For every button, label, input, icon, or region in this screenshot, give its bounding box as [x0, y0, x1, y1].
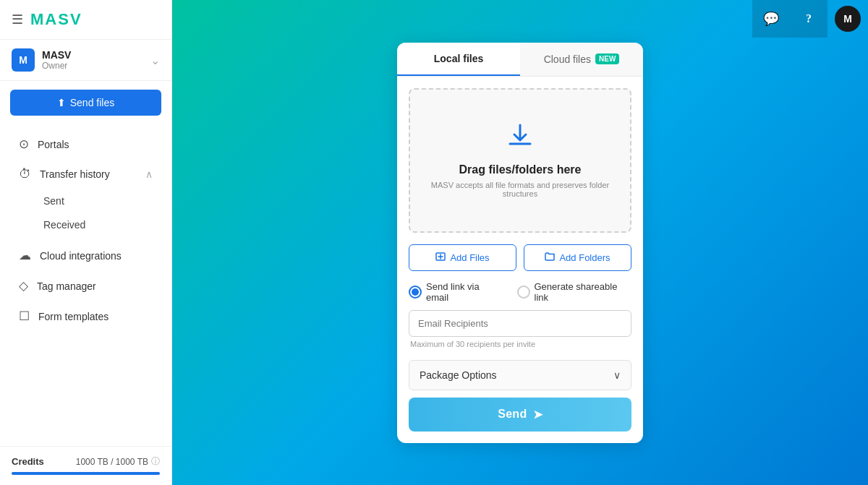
- drop-zone[interactable]: Drag files/folders here MASV accepts all…: [409, 88, 631, 233]
- form-templates-label: Form templates: [38, 311, 153, 322]
- credits-row: Credits 1000 TB / 1000 TB ⓘ: [12, 455, 160, 468]
- transfer-history-subnav: Sent Received: [0, 189, 171, 240]
- upload-card: Local files Cloud files NEW Drag files/f…: [397, 43, 643, 443]
- card-tabs: Local files Cloud files NEW: [397, 43, 643, 77]
- add-files-button[interactable]: Add Files: [409, 244, 516, 271]
- send-files-label: Send files: [70, 97, 114, 108]
- cloud-integrations-icon: ☁: [19, 248, 31, 263]
- package-options-chevron-icon: ∨: [613, 369, 621, 381]
- package-options[interactable]: Package Options ∨: [409, 360, 631, 390]
- email-option-label: Send link via email: [426, 281, 503, 303]
- user-chevron-icon[interactable]: ⌄: [150, 53, 160, 67]
- cloud-integrations-label: Cloud integrations: [40, 250, 153, 262]
- credits-amount: 1000 TB / 1000 TB: [76, 457, 148, 467]
- shareable-option[interactable]: Generate shareable link: [517, 281, 632, 303]
- user-role: Owner: [42, 61, 150, 71]
- send-options: Send link via email Generate shareable l…: [397, 281, 643, 310]
- credits-label: Credits: [12, 456, 44, 467]
- transfer-history-icon: ⏱: [19, 167, 31, 181]
- send-files-button[interactable]: ⬆ Send files: [10, 90, 161, 116]
- shareable-option-label: Generate shareable link: [535, 281, 632, 303]
- portals-icon: ⊙: [19, 137, 29, 152]
- topbar-icons: 💬 ? M: [752, 0, 868, 38]
- email-hint: Maximum of 30 recipients per invite: [409, 340, 631, 348]
- email-option[interactable]: Send link via email: [409, 281, 503, 303]
- user-section[interactable]: M MASV Owner ⌄: [0, 40, 171, 81]
- email-radio[interactable]: [409, 286, 422, 299]
- tab-local-files[interactable]: Local files: [397, 43, 520, 76]
- add-folders-icon: [545, 252, 555, 264]
- credits-value: 1000 TB / 1000 TB ⓘ: [76, 455, 160, 468]
- help-button[interactable]: ?: [790, 0, 827, 38]
- shareable-radio[interactable]: [517, 286, 530, 299]
- credits-info-icon[interactable]: ⓘ: [151, 455, 160, 468]
- nav-items: ⊙ Portals ⏱ Transfer history ∧ Sent Rece…: [0, 124, 171, 446]
- tab-cloud-files[interactable]: Cloud files NEW: [520, 43, 643, 76]
- sidebar-item-form-templates[interactable]: ☐ Form templates: [6, 301, 166, 331]
- package-options-label: Package Options: [420, 369, 497, 381]
- user-menu-button[interactable]: M: [835, 6, 861, 32]
- form-templates-icon: ☐: [19, 309, 30, 324]
- local-files-label: Local files: [434, 53, 483, 64]
- help-icon: ?: [806, 12, 812, 25]
- hamburger-icon[interactable]: ☰: [12, 12, 23, 27]
- send-icon: ⬆: [57, 97, 66, 108]
- drop-title: Drag files/folders here: [459, 163, 582, 176]
- tag-manager-label: Tag manager: [37, 280, 153, 292]
- chat-button[interactable]: 💬: [752, 0, 790, 38]
- chat-icon: 💬: [763, 11, 779, 27]
- sidebar-footer: Credits 1000 TB / 1000 TB ⓘ: [0, 446, 171, 485]
- sidebar-item-tag-manager[interactable]: ◇ Tag manager: [6, 271, 166, 301]
- logo: MASV: [30, 10, 82, 29]
- credits-bar-fill: [12, 472, 160, 475]
- send-button-label: Send: [498, 408, 527, 421]
- credits-bar-background: [12, 472, 160, 475]
- sidebar-item-portals[interactable]: ⊙ Portals: [6, 129, 166, 159]
- sidebar-item-transfer-history[interactable]: ⏱ Transfer history ∧: [6, 160, 166, 189]
- portals-label: Portals: [38, 139, 153, 150]
- add-files-icon: [435, 252, 446, 264]
- action-buttons: Add Files Add Folders: [397, 244, 643, 281]
- email-section: Maximum of 30 recipients per invite: [397, 310, 643, 353]
- sidebar-item-cloud-integrations[interactable]: ☁ Cloud integrations: [6, 241, 166, 270]
- transfer-history-expand-icon: ∧: [145, 168, 153, 180]
- add-files-label: Add Files: [450, 252, 489, 263]
- sidebar-item-sent[interactable]: Sent: [6, 189, 166, 213]
- new-badge: NEW: [595, 53, 619, 64]
- sidebar-item-received[interactable]: Received: [6, 213, 166, 236]
- sidebar-header: ☰ MASV: [0, 0, 171, 40]
- email-input[interactable]: [409, 310, 631, 337]
- user-info: MASV Owner: [42, 49, 150, 71]
- add-folders-button[interactable]: Add Folders: [524, 244, 631, 271]
- tag-manager-icon: ◇: [19, 278, 28, 293]
- drop-icon: [506, 122, 535, 155]
- cloud-files-label: Cloud files: [544, 53, 591, 65]
- user-menu-initial: M: [843, 13, 852, 25]
- user-name: MASV: [42, 49, 150, 61]
- transfer-history-label: Transfer history: [40, 168, 137, 180]
- sidebar: ☰ MASV M MASV Owner ⌄ ⬆ Send files ⊙ Por…: [0, 0, 172, 485]
- drop-subtitle: MASV accepts all file formats and preser…: [410, 181, 630, 198]
- avatar: M: [12, 48, 35, 72]
- send-arrow-icon: ➤: [533, 408, 542, 421]
- add-folders-label: Add Folders: [559, 252, 610, 263]
- main-area: 💬 ? M Local files Cloud files NEW: [172, 0, 868, 485]
- send-button[interactable]: Send ➤: [409, 398, 631, 432]
